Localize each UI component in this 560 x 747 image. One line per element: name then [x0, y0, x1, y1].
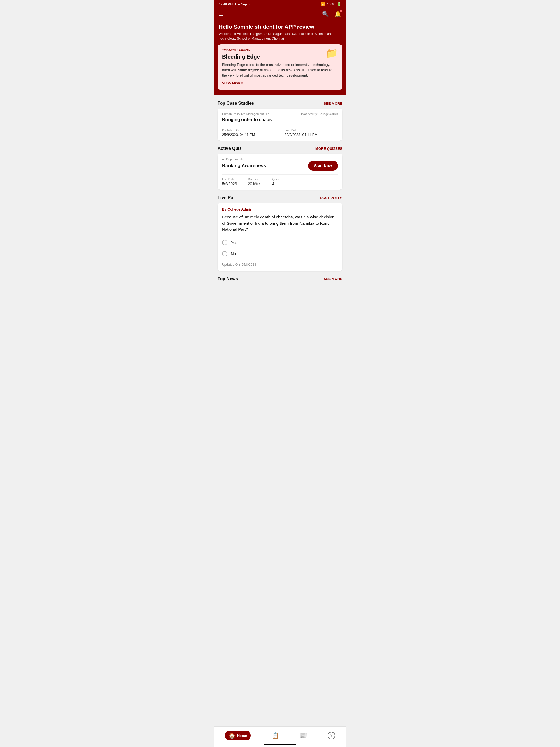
- case-study-dates: Published On 25/8/2023, 04:11 PM Last Da…: [222, 129, 338, 137]
- welcome-title: Hello Sample student for APP review: [219, 24, 341, 30]
- published-on-value: 25/8/2023, 04:11 PM: [222, 133, 276, 137]
- last-date-label: Last Date: [285, 129, 338, 132]
- date-divider: [280, 129, 280, 137]
- home-icon: 🏠: [229, 732, 235, 739]
- published-on-label: Published On: [222, 129, 276, 132]
- poll-radio-yes[interactable]: [222, 240, 228, 245]
- poll-radio-no[interactable]: [222, 251, 228, 256]
- view-more-link[interactable]: VIEW MORE: [222, 81, 243, 85]
- jargon-label: TODAY'S JARGON: [222, 49, 338, 52]
- bottom-navigation: 🏠 Home 📋 📰 ?: [214, 726, 346, 747]
- live-poll-title: Live Poll: [218, 195, 236, 200]
- nav-notes[interactable]: 📰: [296, 731, 310, 740]
- poll-option-no[interactable]: No: [222, 248, 338, 259]
- quiz-duration: Duration 20 Mins: [248, 177, 261, 186]
- notification-button[interactable]: 🔔: [334, 11, 341, 17]
- top-news-title: Top News: [218, 277, 238, 281]
- duration-label: Duration: [248, 177, 261, 181]
- top-news-section: Top News SEE MORE: [218, 277, 342, 281]
- top-news-see-more[interactable]: SEE MORE: [324, 277, 342, 281]
- jargon-emoji: 📁: [326, 48, 338, 59]
- nav-help[interactable]: ?: [324, 730, 338, 741]
- notification-badge: [339, 9, 342, 12]
- quiz-questions: Ques. 4: [272, 177, 280, 186]
- last-date-block: Last Date 30/9/2023, 04:11 PM: [285, 129, 338, 137]
- duration-value: 20 Mins: [248, 182, 261, 186]
- status-time: 12:48 PM Tue Sep 5: [219, 2, 250, 6]
- quiz-card: All Departments Banking Awareness Start …: [218, 154, 342, 190]
- quiz-department: All Departments: [222, 157, 338, 161]
- poll-updated: Updated On: 25/8/2023: [222, 263, 338, 266]
- active-quiz-title: Active Quiz: [218, 146, 241, 151]
- case-study-categories: Human Resource Management, +7: [222, 112, 269, 115]
- case-study-uploader: Uploaded By: College Admin: [300, 112, 338, 115]
- active-quiz-section: Active Quiz MORE QUIZZES All Departments…: [218, 146, 342, 190]
- app-header: ☰ 🔍 🔔: [214, 8, 346, 22]
- notes-icon: 📰: [299, 732, 307, 739]
- poll-option-yes[interactable]: Yes: [222, 237, 338, 248]
- more-quizzes-link[interactable]: MORE QUIZZES: [315, 147, 342, 151]
- poll-option-no-label: No: [231, 251, 236, 256]
- jargon-card: TODAY'S JARGON 📁 Bleeding Edge Bleeding …: [218, 44, 342, 90]
- header-actions: 🔍 🔔: [322, 11, 341, 17]
- welcome-subtitle: Welcome to Vel Tech Rangarajan Dr. Sagun…: [219, 32, 341, 41]
- welcome-section: Hello Sample student for APP review Welc…: [214, 22, 346, 48]
- status-indicators: 📶 100% 🔋: [321, 2, 341, 6]
- case-studies-section: Top Case Studies SEE MORE Human Resource…: [218, 101, 342, 140]
- poll-card: By College Admin Because of untimely dea…: [218, 203, 342, 271]
- questions-value: 4: [272, 182, 280, 186]
- end-date-label: End Date: [222, 177, 237, 181]
- menu-button[interactable]: ☰: [219, 11, 224, 17]
- case-study-title: Bringing order to chaos: [222, 117, 338, 122]
- poll-author: By College Admin: [222, 207, 338, 211]
- nav-feed[interactable]: 📋: [268, 731, 282, 740]
- jargon-description: Bleeding Edge refers to the most advance…: [222, 62, 338, 78]
- published-on-block: Published On 25/8/2023, 04:11 PM: [222, 129, 276, 137]
- quiz-end-date: End Date 5/9/2023: [222, 177, 237, 186]
- questions-label: Ques.: [272, 177, 280, 181]
- top-news-header: Top News SEE MORE: [218, 277, 342, 281]
- jargon-term: Bleeding Edge: [222, 54, 338, 60]
- poll-option-yes-label: Yes: [231, 240, 237, 245]
- live-poll-header: Live Poll PAST POLLS: [218, 195, 342, 200]
- battery-icon: 🔋: [337, 2, 341, 6]
- live-poll-section: Live Poll PAST POLLS By College Admin Be…: [218, 195, 342, 271]
- case-studies-see-more[interactable]: SEE MORE: [324, 101, 342, 106]
- poll-question: Because of untimely death of cheetahs, w…: [222, 214, 338, 233]
- home-label: Home: [237, 733, 247, 738]
- search-button[interactable]: 🔍: [322, 11, 329, 17]
- last-date-value: 30/9/2023, 04:11 PM: [285, 133, 338, 137]
- status-bar: 12:48 PM Tue Sep 5 📶 100% 🔋: [214, 0, 346, 8]
- main-content: Top Case Studies SEE MORE Human Resource…: [214, 96, 346, 309]
- quiz-title-row: Banking Awareness Start Now: [222, 161, 338, 171]
- end-date-value: 5/9/2023: [222, 182, 237, 186]
- home-indicator: [263, 744, 297, 745]
- start-now-button[interactable]: Start Now: [308, 161, 338, 171]
- quiz-name: Banking Awareness: [222, 163, 266, 169]
- past-polls-link[interactable]: PAST POLLS: [320, 196, 342, 200]
- battery-level: 100%: [327, 2, 335, 6]
- feed-icon: 📋: [272, 732, 279, 739]
- quiz-info-row: End Date 5/9/2023 Duration 20 Mins Ques.…: [222, 175, 338, 186]
- case-study-card[interactable]: Human Resource Management, +7 Uploaded B…: [218, 108, 342, 140]
- nav-home[interactable]: 🏠 Home: [222, 729, 254, 742]
- active-quiz-header: Active Quiz MORE QUIZZES: [218, 146, 342, 151]
- help-icon: ?: [328, 732, 335, 739]
- case-studies-title: Top Case Studies: [218, 101, 254, 106]
- case-study-meta: Human Resource Management, +7 Uploaded B…: [222, 112, 338, 115]
- wifi-icon: 📶: [321, 2, 325, 6]
- case-studies-header: Top Case Studies SEE MORE: [218, 101, 342, 106]
